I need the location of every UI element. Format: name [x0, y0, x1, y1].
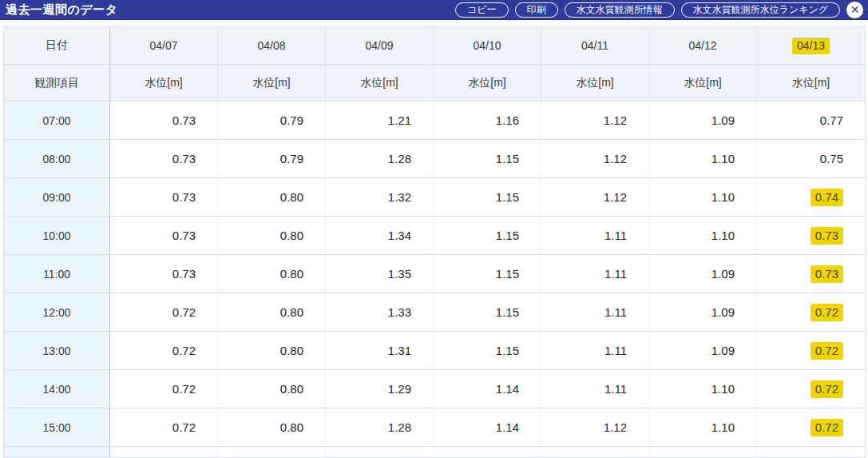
value-cell: 1.16 — [434, 102, 541, 140]
value-cell: 1.28 — [326, 140, 434, 178]
dialog-title: 過去一週間のデータ — [6, 2, 118, 18]
value-cell: 1.21 — [326, 102, 434, 140]
unit-cell: 水位[m] — [541, 65, 649, 102]
highlight-marker: 0.73 — [811, 227, 843, 245]
water-level-ranking-button[interactable]: 水文水質観測所水位ランキング — [681, 2, 840, 18]
value-cell: 0.73 — [110, 255, 218, 293]
value-cell: 1.09 — [649, 332, 757, 370]
time-cell: 08:00 — [4, 140, 110, 178]
time-cell: 09:00 — [4, 178, 110, 217]
highlight-marker: 0.72 — [811, 342, 843, 360]
copy-button[interactable]: コピー — [455, 2, 509, 18]
date-cell: 04/11 — [541, 27, 649, 65]
value-cell: 1.15 — [434, 217, 541, 255]
value-cell: 1.09 — [649, 293, 757, 332]
data-grid: 日付04/0704/0804/0904/1004/1104/1204/13観測項… — [4, 27, 865, 458]
value-cell: 1.11 — [541, 255, 649, 293]
titlebar-toolbar: コピー 印刷 水文水質観測所情報 水文水質観測所水位ランキング ✕ — [455, 2, 863, 18]
value-cell: 0.72 — [757, 408, 865, 447]
weekly-data-table: 日付04/0704/0804/0904/1004/1104/1204/13観測項… — [3, 26, 866, 458]
value-cell: 1.11 — [541, 370, 649, 408]
time-cell: 11:00 — [4, 255, 110, 293]
value-cell: 0.72 — [757, 370, 865, 408]
unit-cell: 水位[m] — [649, 65, 757, 102]
value-cell: 1.11 — [541, 332, 649, 370]
value-cell: 1.33 — [326, 293, 434, 332]
station-info-button[interactable]: 水文水質観測所情報 — [565, 2, 675, 18]
value-cell: 0.75 — [757, 140, 865, 178]
highlight-marker: 0.73 — [811, 265, 843, 283]
value-cell: 0.79 — [218, 102, 326, 140]
date-cell: 04/09 — [326, 27, 434, 65]
value-cell: 1.10 — [649, 178, 757, 217]
value-cell: 1.10 — [649, 217, 757, 255]
highlight-marker: 0.74 — [811, 189, 843, 206]
value-cell: 1.12 — [541, 408, 649, 447]
close-icon[interactable]: ✕ — [846, 2, 863, 18]
date-cell: 04/13 — [757, 27, 865, 65]
value-cell: 1.12 — [541, 447, 649, 458]
value-cell: 0.77 — [757, 102, 865, 140]
value-cell: 0.81 — [218, 447, 326, 458]
value-cell: 0.72 — [757, 447, 865, 458]
value-cell: 0.79 — [218, 140, 326, 178]
time-cell: 14:00 — [4, 370, 110, 408]
value-cell: 1.12 — [541, 102, 649, 140]
date-cell: 04/12 — [649, 27, 757, 65]
date-cell: 04/07 — [110, 27, 218, 65]
value-cell: 0.80 — [218, 178, 326, 217]
unit-cell: 水位[m] — [218, 65, 326, 102]
time-cell: 12:00 — [4, 293, 110, 332]
value-cell: 0.72 — [757, 293, 865, 332]
highlight-marker: 0.72 — [811, 304, 843, 321]
time-cell: 16:00 — [4, 447, 110, 458]
time-cell: 10:00 — [4, 217, 110, 255]
date-cell: 04/10 — [434, 27, 541, 65]
value-cell: 1.14 — [434, 447, 541, 458]
value-cell: 1.31 — [326, 332, 434, 370]
value-cell: 0.80 — [218, 332, 326, 370]
value-cell: 1.15 — [434, 332, 541, 370]
value-cell: 0.73 — [110, 102, 218, 140]
time-cell: 13:00 — [4, 332, 110, 370]
value-cell: 1.34 — [326, 217, 434, 255]
value-cell: 1.28 — [326, 408, 434, 447]
value-cell: 1.11 — [541, 293, 649, 332]
value-cell: 1.09 — [649, 102, 757, 140]
time-cell: 15:00 — [4, 408, 110, 447]
value-cell: 1.10 — [649, 447, 757, 458]
value-cell: 0.73 — [757, 255, 865, 293]
value-cell: 1.26 — [326, 447, 434, 458]
value-cell: 1.10 — [649, 370, 757, 408]
highlight-marker: 04/13 — [792, 38, 830, 54]
value-cell: 0.72 — [110, 293, 218, 332]
value-cell: 0.80 — [218, 255, 326, 293]
value-cell: 0.80 — [218, 408, 326, 447]
value-cell: 1.15 — [434, 255, 541, 293]
value-cell: 0.73 — [110, 140, 218, 178]
value-cell: 0.80 — [218, 293, 326, 332]
value-cell: 0.73 — [757, 217, 865, 255]
time-cell: 07:00 — [4, 102, 110, 140]
value-cell: 0.72 — [110, 332, 218, 370]
value-cell: 0.80 — [218, 370, 326, 408]
value-cell: 0.73 — [110, 178, 218, 217]
value-cell: 0.72 — [110, 370, 218, 408]
value-cell: 1.32 — [326, 178, 434, 217]
print-button[interactable]: 印刷 — [515, 2, 558, 18]
item-header-label: 観測項目 — [4, 65, 110, 102]
value-cell: 1.14 — [434, 370, 541, 408]
value-cell: 0.80 — [218, 217, 326, 255]
value-cell: 1.29 — [326, 370, 434, 408]
highlight-marker: 0.72 — [811, 419, 843, 436]
date-cell: 04/08 — [218, 27, 326, 65]
value-cell: 0.73 — [110, 217, 218, 255]
value-cell: 1.14 — [434, 408, 541, 447]
unit-cell: 水位[m] — [326, 65, 434, 102]
value-cell: 0.72 — [110, 408, 218, 447]
highlight-marker: 0.72 — [811, 380, 843, 398]
value-cell: 0.72 — [757, 332, 865, 370]
value-cell: 0.72 — [110, 447, 218, 458]
unit-cell: 水位[m] — [757, 65, 865, 102]
value-cell: 1.11 — [541, 217, 649, 255]
